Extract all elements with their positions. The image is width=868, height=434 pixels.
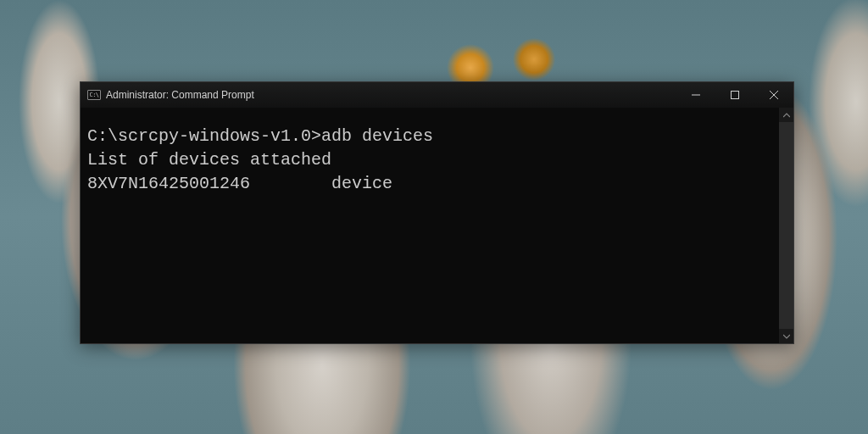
scrollbar-track[interactable] — [779, 122, 793, 329]
maximize-button[interactable] — [715, 82, 754, 108]
prompt-text: C:\scrcpy-windows-v1.0> — [87, 126, 321, 146]
chevron-up-icon — [783, 112, 790, 119]
scroll-up-button[interactable] — [779, 108, 793, 122]
terminal-output[interactable]: C:\scrcpy-windows-v1.0>adb devices List … — [81, 108, 779, 343]
svg-rect-0 — [732, 92, 739, 99]
command-text: adb devices — [321, 126, 433, 146]
command-prompt-window: C:\ Administrator: Command Prompt C:\scr… — [80, 81, 794, 344]
cmd-icon: C:\ — [87, 90, 101, 100]
minimize-button[interactable] — [676, 82, 715, 108]
vertical-scrollbar[interactable] — [779, 108, 793, 343]
titlebar[interactable]: C:\ Administrator: Command Prompt — [81, 82, 793, 108]
minimize-icon — [692, 91, 700, 99]
chevron-down-icon — [783, 333, 790, 340]
terminal-area: C:\scrcpy-windows-v1.0>adb devices List … — [81, 108, 793, 343]
maximize-icon — [731, 91, 739, 99]
output-line: 8XV7N16425001246 device — [87, 174, 392, 193]
scroll-down-button[interactable] — [779, 329, 793, 343]
window-title: Administrator: Command Prompt — [106, 89, 254, 101]
output-line: List of devices attached — [87, 150, 331, 170]
close-button[interactable] — [754, 82, 793, 108]
close-icon — [770, 91, 778, 99]
